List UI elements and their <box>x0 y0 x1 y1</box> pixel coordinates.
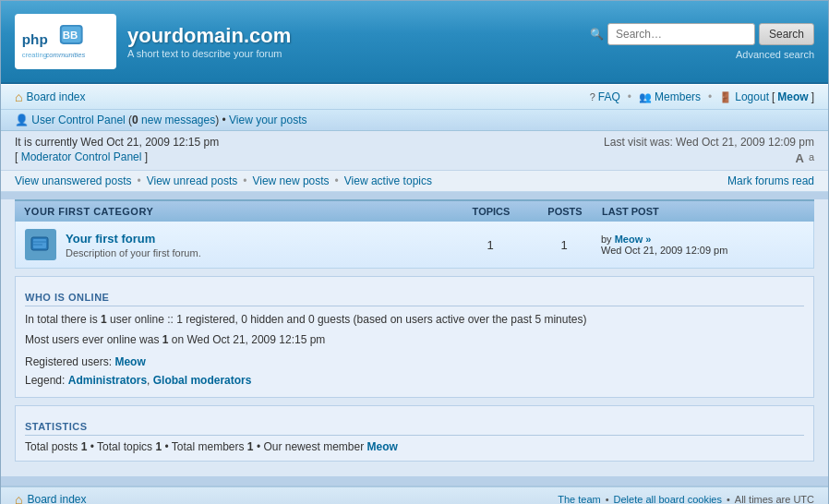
search-button[interactable]: Search <box>759 23 814 45</box>
svg-text:BB: BB <box>62 30 78 41</box>
lastpost-date: Wed Oct 21, 2009 12:09 pm <box>601 245 727 256</box>
logout-item: 🚪 Logout [ Meow ] <box>719 90 814 103</box>
search-input[interactable] <box>607 23 755 45</box>
forum-description: Description of your first forum. <box>66 247 453 258</box>
view-unanswered-link[interactable]: View unanswered posts <box>15 174 132 187</box>
view-active-link[interactable]: View active topics <box>344 174 432 187</box>
logout-icon: 🚪 <box>719 91 732 103</box>
mod-legend-link[interactable]: Global moderators <box>153 374 252 387</box>
links-left: View unanswered posts • View unread post… <box>15 174 432 187</box>
forum-info: Your first forum Description of your fir… <box>66 232 453 258</box>
svg-rect-8 <box>33 239 46 248</box>
new-messages-link[interactable]: new messages <box>141 114 215 126</box>
ucp-bar: 👤 User Control Panel (0 new messages) • … <box>1 110 828 131</box>
logo: php BB creating communities <box>15 14 116 69</box>
timezone-info: All times are UTC <box>735 494 814 504</box>
legend-line: Legend: Administrators, Global moderator… <box>25 372 804 390</box>
total-posts: 1 <box>81 440 88 453</box>
last-visit: Last visit was: Wed Oct 21, 2009 12:09 p… <box>604 136 814 149</box>
members-icon: 👥 <box>639 91 652 103</box>
nav-right: ? FAQ • 👥 Members • 🚪 Logout [ Meow ] <box>590 90 814 103</box>
decrease-font-link[interactable]: a <box>809 151 814 165</box>
forum-link[interactable]: Your first forum <box>66 232 155 246</box>
online-count: 1 <box>101 313 107 326</box>
username-link[interactable]: Meow <box>777 90 808 103</box>
registered-user-link[interactable]: Meow <box>114 355 145 368</box>
bottom-breadcrumb: ⌂ Board index <box>15 492 87 504</box>
view-posts-link[interactable]: View your posts <box>229 114 307 126</box>
size-controls: A a <box>604 151 814 165</box>
links-right: Mark forums read <box>727 174 814 187</box>
info-left: It is currently Wed Oct 21, 2009 12:15 p… <box>15 136 219 163</box>
forum-icon <box>25 229 56 260</box>
mark-forums-read-link[interactable]: Mark forums read <box>727 174 814 187</box>
faq-item: ? FAQ <box>590 90 620 103</box>
site-tagline: A short text to describe your forum <box>127 48 291 59</box>
ucp-icon: 👤 <box>15 114 29 126</box>
breadcrumb: ⌂ Board index <box>15 90 86 104</box>
statistics-title: STATISTICS <box>25 414 804 436</box>
forum-posts-count: 1 <box>527 238 601 252</box>
total-members: 1 <box>247 440 254 453</box>
who-online-title: WHO IS ONLINE <box>25 284 804 306</box>
search-icon: 🔍 <box>590 28 604 41</box>
site-info: yourdomain.com A short text to describe … <box>127 24 291 59</box>
online-line2: Most users ever online was 1 on Wed Oct … <box>25 331 804 349</box>
members-item: 👥 Members <box>639 90 701 103</box>
admin-legend-link[interactable]: Administrators <box>68 374 147 387</box>
registered-line: Registered users: Meow <box>25 354 804 371</box>
max-online-count: 1 <box>162 333 169 346</box>
breadcrumb-link[interactable]: Board index <box>26 90 85 103</box>
forum-row: Your first forum Description of your fir… <box>15 222 814 269</box>
ucp-message-count: 0 <box>132 114 138 126</box>
faq-link[interactable]: FAQ <box>598 90 620 103</box>
info-bar: It is currently Wed Oct 21, 2009 12:15 p… <box>1 131 828 171</box>
main-content: YOUR FIRST CATEGORY TOPICS POSTS LAST PO… <box>1 199 828 476</box>
col-posts-header: POSTS <box>528 206 602 217</box>
the-team-link[interactable]: The team <box>558 494 600 504</box>
moderator-panel-link[interactable]: Moderator Control Panel <box>21 150 142 163</box>
forum-lastpost: by Meow » Wed Oct 21, 2009 12:09 pm <box>601 234 804 256</box>
increase-font-link[interactable]: A <box>795 151 803 165</box>
newest-member-link[interactable]: Meow <box>366 440 397 453</box>
svg-text:php: php <box>21 30 47 46</box>
info-right: Last visit was: Wed Oct 21, 2009 12:09 p… <box>604 136 814 165</box>
members-link[interactable]: Members <box>655 90 701 103</box>
lastpost-user-link[interactable]: Meow <box>615 234 643 245</box>
total-topics: 1 <box>155 440 162 453</box>
logout-link[interactable]: Logout <box>735 90 769 103</box>
advanced-search-link[interactable]: Advanced search <box>736 49 814 60</box>
navbar: ⌂ Board index ? FAQ • 👥 Members • 🚪 Logo… <box>1 84 828 110</box>
who-online-section: WHO IS ONLINE In total there is 1 user o… <box>15 276 814 398</box>
logo-area: php BB creating communities yourdomain.c… <box>15 14 291 69</box>
bottom-nav-right: The team • Delete all board cookies • Al… <box>558 494 814 504</box>
svg-text:creating: creating <box>21 51 46 59</box>
bottom-navbar: ⌂ Board index The team • Delete all boar… <box>1 486 828 504</box>
online-line1: In total there is 1 user online :: 1 reg… <box>25 311 804 329</box>
forum-topics-count: 1 <box>453 238 527 252</box>
statistics-section: STATISTICS Total posts 1 • Total topics … <box>15 405 814 462</box>
links-bar: View unanswered posts • View unread post… <box>1 171 828 192</box>
col-lastpost-header: LAST POST <box>602 206 805 217</box>
svg-text:communities: communities <box>45 51 85 59</box>
col-topics-header: TOPICS <box>454 206 528 217</box>
bottom-home-icon: ⌂ <box>15 492 22 504</box>
view-unread-link[interactable]: View unread posts <box>147 174 238 187</box>
view-new-link[interactable]: View new posts <box>252 174 329 187</box>
search-area: 🔍 Search Advanced search <box>590 23 814 60</box>
ucp-left: 👤 User Control Panel (0 new messages) • … <box>15 114 307 126</box>
bottom-board-index-link[interactable]: Board index <box>27 493 86 504</box>
home-icon: ⌂ <box>15 90 22 104</box>
site-title: yourdomain.com <box>127 24 291 48</box>
forum-name: Your first forum <box>66 232 453 246</box>
lastpost-arrow[interactable]: » <box>645 234 651 245</box>
delete-cookies-link[interactable]: Delete all board cookies <box>614 494 722 504</box>
ucp-link[interactable]: User Control Panel <box>31 114 125 126</box>
header: php BB creating communities yourdomain.c… <box>1 1 828 84</box>
search-form: 🔍 Search <box>590 23 814 45</box>
category-header: YOUR FIRST CATEGORY TOPICS POSTS LAST PO… <box>15 199 814 222</box>
statistics-line: Total posts 1 • Total topics 1 • Total m… <box>25 440 804 453</box>
category-title: YOUR FIRST CATEGORY <box>24 206 454 217</box>
current-time: It is currently Wed Oct 21, 2009 12:15 p… <box>15 136 219 149</box>
faq-icon: ? <box>590 91 595 102</box>
